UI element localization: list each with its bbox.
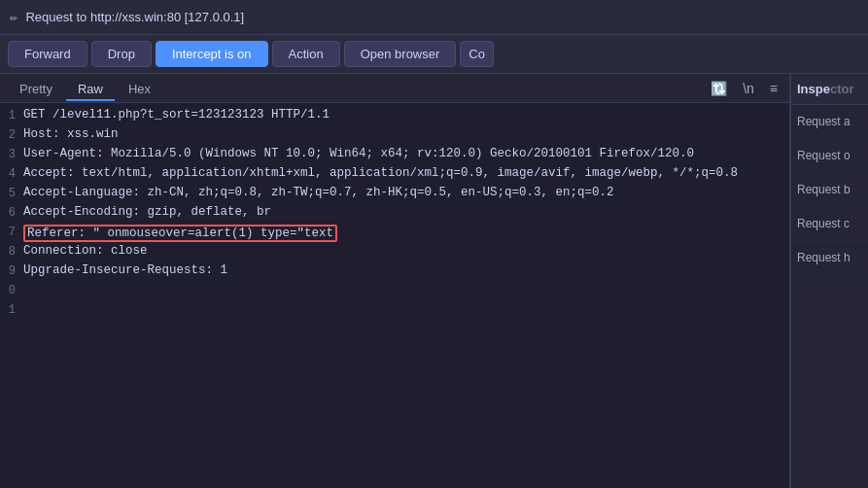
co-button[interactable]: Co — [460, 41, 494, 67]
drop-button[interactable]: Drop — [91, 41, 152, 67]
referer-highlight-box: Referer: " onmouseover=alert(1) type="te… — [23, 225, 337, 242]
code-area[interactable]: 1GET /level11.php?t_sort=123123123 HTTP/… — [0, 103, 789, 488]
title-bar: ✏ Request to http://xss.win:80 [127.0.0.… — [0, 0, 868, 35]
code-line-1: 1GET /level11.php?t_sort=123123123 HTTP/… — [0, 107, 789, 126]
line-number: 3 — [0, 147, 23, 161]
line-number: 4 — [0, 166, 23, 181]
toolbar: Forward Drop Intercept is on Action Open… — [0, 35, 868, 74]
line-content: Upgrade-Insecure-Requests: 1 — [23, 263, 789, 277]
line-content: Referer: " onmouseover=alert(1) type="te… — [23, 225, 789, 242]
code-line-7: 7Referer: " onmouseover=alert(1) type="t… — [0, 224, 789, 243]
code-line-10: 0 — [0, 282, 789, 301]
tab-bar: Pretty Raw Hex 🔃 \n ≡ — [0, 74, 789, 103]
action-button[interactable]: Action — [272, 41, 340, 67]
inspector-request-h[interactable]: Request h — [791, 241, 868, 275]
code-line-2: 2Host: xss.win — [0, 126, 789, 146]
code-line-5: 5Accept-Language: zh-CN, zh;q=0.8, zh-TW… — [0, 185, 789, 204]
line-number: 2 — [0, 127, 23, 142]
line-content: User-Agent: Mozilla/5.0 (Windows NT 10.0… — [23, 147, 789, 160]
forward-button[interactable]: Forward — [8, 41, 87, 67]
line-number: 1 — [0, 108, 23, 122]
line-number: 6 — [0, 205, 23, 220]
line-number: 9 — [0, 263, 23, 278]
inspector-request-b[interactable]: Request b — [791, 173, 868, 207]
inspector-request-o[interactable]: Request o — [791, 139, 868, 173]
line-number: 1 — [0, 302, 23, 317]
line-content: Accept: text/html, application/xhtml+xml… — [23, 166, 789, 180]
sort-icon[interactable]: 🔃 — [707, 79, 731, 98]
tab-tools: 🔃 \n ≡ — [707, 79, 781, 102]
inspector-title: Inspector — [791, 74, 868, 105]
line-content: Accept-Language: zh-CN, zh;q=0.8, zh-TW;… — [23, 186, 789, 199]
newline-icon[interactable]: \n — [739, 79, 758, 98]
inspector-request-c[interactable]: Request c — [791, 207, 868, 241]
left-panel: Pretty Raw Hex 🔃 \n ≡ 1GET /level11.php?… — [0, 74, 790, 488]
edit-icon: ✏ — [10, 9, 17, 25]
line-content: GET /level11.php?t_sort=123123123 HTTP/1… — [23, 108, 789, 122]
code-line-4: 4Accept: text/html, application/xhtml+xm… — [0, 165, 789, 185]
code-line-8: 8Connection: close — [0, 243, 789, 262]
line-number: 8 — [0, 244, 23, 259]
code-line-3: 3User-Agent: Mozilla/5.0 (Windows NT 10.… — [0, 146, 789, 165]
tab-hex[interactable]: Hex — [117, 79, 162, 101]
line-number: 5 — [0, 186, 23, 200]
line-number: 7 — [0, 225, 23, 239]
open-browser-button[interactable]: Open browser — [344, 41, 457, 67]
line-number: 0 — [0, 283, 23, 297]
code-line-11: 1 — [0, 301, 789, 321]
line-content: Host: xss.win — [23, 127, 789, 141]
inspector-request-a[interactable]: Request a — [791, 105, 868, 139]
code-line-6: 6Accept-Encoding: gzip, deflate, br — [0, 204, 789, 224]
line-content: Accept-Encoding: gzip, deflate, br — [23, 205, 789, 219]
line-content: Connection: close — [23, 244, 789, 258]
tab-pretty[interactable]: Pretty — [8, 79, 64, 101]
intercept-button[interactable]: Intercept is on — [156, 41, 268, 67]
code-line-9: 9Upgrade-Insecure-Requests: 1 — [0, 262, 789, 282]
main-area: Pretty Raw Hex 🔃 \n ≡ 1GET /level11.php?… — [0, 74, 868, 488]
tab-raw[interactable]: Raw — [66, 79, 115, 101]
right-panel: Inspector Request a Request o Request b … — [790, 74, 868, 488]
title-text: Request to http://xss.win:80 [127.0.0.1] — [25, 10, 244, 24]
menu-icon[interactable]: ≡ — [766, 79, 781, 98]
